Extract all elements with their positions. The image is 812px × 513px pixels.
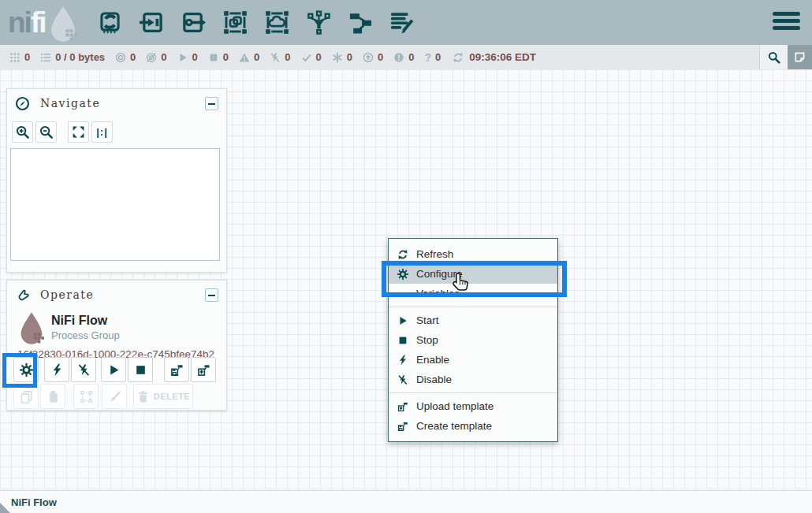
resize-grip-icon[interactable] bbox=[0, 503, 10, 513]
stop-icon bbox=[208, 52, 219, 63]
copy-button bbox=[13, 384, 39, 409]
stop-icon bbox=[134, 363, 147, 377]
status-disabled: 0 bbox=[270, 51, 290, 63]
enable-button[interactable] bbox=[44, 357, 69, 382]
create-template-button[interactable] bbox=[164, 357, 189, 382]
zoom-actual-size-button[interactable]: |:| bbox=[91, 121, 113, 143]
selected-flow-name: NiFi Flow bbox=[51, 314, 107, 328]
process-group-drop-icon bbox=[18, 312, 45, 345]
exclamation-circle-icon bbox=[393, 52, 404, 63]
nifi-logo-text: nifi bbox=[8, 8, 46, 37]
status-locally-modified: 0 bbox=[332, 51, 352, 63]
context-menu: Refresh Configure Variables Start Stop E… bbox=[388, 238, 558, 442]
status-stale: 0 bbox=[363, 51, 383, 63]
bulletin-board-button[interactable] bbox=[788, 45, 812, 69]
template-icon[interactable] bbox=[347, 7, 375, 39]
logo-ni: ni bbox=[8, 6, 31, 39]
remote-process-group-icon[interactable] bbox=[263, 7, 292, 39]
refresh-icon bbox=[397, 249, 408, 260]
bolt-slash-icon bbox=[270, 52, 281, 63]
paste-icon bbox=[47, 390, 60, 403]
menu-item-upload-template[interactable]: Upload template bbox=[389, 396, 557, 416]
output-port-icon[interactable] bbox=[180, 7, 208, 39]
menu-item-stop[interactable]: Stop bbox=[389, 330, 557, 350]
zoom-fit-button[interactable] bbox=[68, 121, 89, 143]
global-menu-icon[interactable] bbox=[773, 12, 800, 30]
status-bar: 0 0 / 0 bytes 0 0 0 0 0 0 0 0 0 0 ?0 09:… bbox=[0, 45, 812, 69]
status-sync-failure: ?0 bbox=[424, 51, 441, 64]
zoom-out-icon bbox=[39, 125, 53, 139]
zoom-out-button[interactable] bbox=[35, 121, 57, 143]
status-invalid: 0 bbox=[239, 51, 259, 63]
status-queued: 0 / 0 bytes bbox=[40, 51, 105, 63]
fit-icon bbox=[72, 125, 85, 139]
play-icon bbox=[177, 52, 188, 63]
status-active-threads: 0 bbox=[9, 51, 30, 63]
gear-icon bbox=[397, 269, 408, 280]
menu-item-variables[interactable]: Variables bbox=[389, 284, 557, 303]
label-icon[interactable] bbox=[389, 7, 417, 39]
input-port-icon[interactable] bbox=[138, 7, 166, 39]
note-icon bbox=[794, 51, 806, 63]
bullseye-slash-icon bbox=[146, 52, 157, 63]
check-icon bbox=[301, 52, 312, 63]
question-icon: ? bbox=[424, 51, 431, 64]
brush-icon bbox=[108, 390, 121, 403]
template-upload-icon bbox=[397, 401, 408, 412]
menu-item-refresh[interactable]: Refresh bbox=[389, 244, 557, 264]
refresh-status[interactable]: 09:36:06 EDT bbox=[453, 51, 536, 63]
warning-icon bbox=[239, 52, 250, 63]
play-icon bbox=[397, 315, 408, 326]
refresh-icon bbox=[453, 52, 464, 63]
menu-item-disable[interactable]: Disable bbox=[389, 370, 557, 389]
last-refresh-time: 09:36:06 EDT bbox=[469, 51, 536, 63]
delete-label: DELETE bbox=[154, 392, 190, 401]
color-button bbox=[102, 384, 127, 409]
paste-button bbox=[40, 384, 65, 409]
status-transmitting: 0 bbox=[115, 51, 136, 63]
bullseye-icon bbox=[115, 52, 126, 63]
operate-collapse-button[interactable] bbox=[205, 288, 218, 302]
navigate-palette: Navigate |:| bbox=[6, 88, 227, 273]
menu-item-start[interactable]: Start bbox=[389, 310, 557, 330]
navigate-toolbar: |:| bbox=[12, 121, 115, 143]
template-create-icon bbox=[397, 421, 408, 432]
start-button[interactable] bbox=[101, 357, 126, 382]
bolt-slash-icon bbox=[397, 374, 408, 385]
search-button[interactable] bbox=[759, 45, 788, 69]
selected-flow-type: Process Group bbox=[51, 329, 120, 341]
navigate-collapse-button[interactable] bbox=[205, 97, 218, 110]
stop-button[interactable] bbox=[128, 357, 153, 382]
play-icon bbox=[107, 363, 121, 377]
compass-icon bbox=[15, 96, 30, 111]
zoom-in-icon bbox=[16, 125, 29, 139]
birdseye-view[interactable] bbox=[10, 148, 220, 261]
logo-fi: fi bbox=[31, 6, 46, 39]
breadcrumb-bar: NiFi Flow bbox=[0, 490, 812, 513]
zoom-in-button[interactable] bbox=[12, 121, 33, 143]
funnel-icon[interactable] bbox=[305, 7, 333, 39]
status-running: 0 bbox=[177, 51, 198, 63]
component-toolbar bbox=[96, 7, 417, 39]
processor-icon[interactable] bbox=[96, 7, 125, 39]
menu-item-enable[interactable]: Enable bbox=[389, 350, 557, 370]
arrow-up-circle-icon bbox=[363, 52, 374, 63]
menu-item-create-template[interactable]: Create template bbox=[389, 416, 557, 436]
process-group-icon[interactable] bbox=[222, 7, 250, 39]
stop-icon bbox=[397, 335, 408, 346]
hand-icon bbox=[15, 288, 30, 303]
navigate-header: Navigate bbox=[7, 89, 226, 117]
configuration-button[interactable] bbox=[13, 357, 39, 382]
menu-item-configure[interactable]: Configure bbox=[389, 264, 557, 284]
flow-canvas[interactable]: Navigate |:| Operate NiFi bbox=[0, 69, 812, 490]
list-icon bbox=[40, 52, 51, 63]
trash-icon bbox=[136, 390, 150, 403]
navigate-title: Navigate bbox=[40, 97, 100, 110]
nifi-window: nifi 0 0 / 0 bytes 0 0 0 0 0 0 0 0 0 bbox=[0, 0, 812, 513]
asterisk-icon bbox=[332, 52, 343, 63]
template-upload-icon bbox=[197, 363, 210, 377]
upload-template-button[interactable] bbox=[191, 357, 216, 382]
group-button bbox=[73, 384, 99, 409]
disable-button[interactable] bbox=[71, 357, 96, 382]
breadcrumb-nifi-flow[interactable]: NiFi Flow bbox=[11, 496, 57, 508]
